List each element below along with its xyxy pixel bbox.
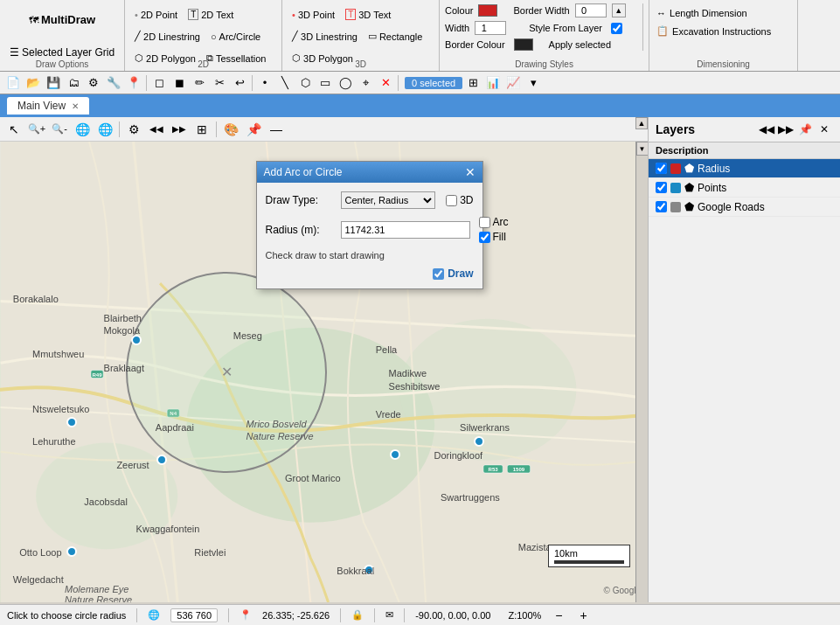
select-icon3[interactable]: 📈 [503,73,523,93]
draw-type-select[interactable]: Center, Radius 3 Points Center, Point [341,191,436,209]
fill-label: Fill [493,231,506,243]
globe-tool2[interactable]: 🌐 [94,120,115,139]
layer-roads-checkbox[interactable] [656,201,667,212]
colour-swatch[interactable] [478,4,497,17]
svg-text:R49: R49 [92,372,102,378]
layers-col-header: Description [649,142,840,159]
layers-pin-button[interactable]: 📌 [796,121,814,138]
map-point-2[interactable] [156,455,167,465]
tab-main-view[interactable]: Main View ✕ [7,97,89,115]
new-button[interactable]: 📄 [3,73,23,93]
layer-radius-checkbox[interactable] [656,163,667,174]
dimensioning-section: ↔ Length Dimension 📋 Excavation Instruct… [649,0,798,71]
3d-linestring-button[interactable]: ╱ 3D Linestring [288,28,362,45]
pin-tool[interactable]: 📌 [243,120,264,139]
rectangle-button[interactable]: ▭ Rectangle [364,28,427,45]
2d-section-label: 2D [125,59,281,69]
arc-checkbox[interactable] [479,217,490,228]
map-label-vrede: Vrede [376,409,401,420]
layer-item-radius[interactable]: ⬟ Radius [649,159,840,178]
draw-rect-tb[interactable]: ▭ [316,73,335,93]
draw-checkbox[interactable] [433,268,444,280]
colour-label: Colour [445,5,473,16]
3d-text-button[interactable]: T 3D Text [341,6,395,23]
draw-point-tb[interactable]: • [255,73,274,93]
2d-text-label: 2D Text [201,10,233,20]
dialog-close-button[interactable]: ✕ [465,165,476,179]
icon7[interactable]: 📍 [124,73,143,93]
map-point-6[interactable] [390,449,400,460]
grid-tool[interactable]: ⊞ [191,120,212,139]
radius-input[interactable] [341,221,470,239]
scroll-up-arrow[interactable]: ▲ [635,117,648,129]
map-label-braklaagt: Braklaagt [104,363,144,373]
icon10[interactable]: ✏ [190,73,209,93]
save-button[interactable]: 💾 [44,73,63,93]
icon9[interactable]: ◼ [170,73,189,93]
layer-points-checkbox[interactable] [656,182,667,193]
border-colour-swatch[interactable] [514,38,533,51]
next-tool[interactable]: ▶▶ [169,120,190,139]
svg-text:R53: R53 [488,466,498,472]
icon6[interactable]: 🔧 [104,73,123,93]
settings-button[interactable]: ⚙ [84,73,103,93]
fill-checkbox[interactable] [479,232,490,243]
select-icon2[interactable]: 📊 [483,73,503,93]
settings-tool[interactable]: ⚙ [123,120,144,139]
map-point-5[interactable] [474,436,484,447]
3d-checkbox[interactable] [446,195,457,206]
layers-back-button[interactable]: ◀◀ [758,121,775,138]
icon12[interactable]: ↩ [230,73,249,93]
style-from-layer-checkbox[interactable] [611,23,622,34]
prev-tool[interactable]: ◀◀ [146,120,167,139]
icon11[interactable]: ✂ [210,73,229,93]
layers-close-button[interactable]: ✕ [816,121,833,138]
map-label-madikwe: MadikweSeshibitswe [389,367,441,392]
3d-point-button[interactable]: • 3D Point [288,7,339,23]
tab-main-view-label: Main View [17,100,66,112]
layer-points-icon: ⬟ [684,181,694,194]
length-dimension-button[interactable]: ↔ Length Dimension [655,7,792,19]
map-point-8[interactable] [66,546,77,557]
scale-label: 10km [554,548,578,559]
zoom-out-tool[interactable]: 🔍- [49,120,70,139]
icon8[interactable]: ◻ [149,73,169,93]
2d-point-button[interactable]: • 2D Point [130,7,182,23]
width-input[interactable] [475,21,506,35]
arc-circle-button[interactable]: ○ Arc/Circle [206,29,265,45]
map-container[interactable]: ↖ 🔍+ 🔍- 🌐 🌐 ⚙ ◀◀ ▶▶ ⊞ 🎨 📌 — ▲ [0,117,648,602]
tab-close-icon[interactable]: ✕ [72,101,79,111]
2d-linestring-button[interactable]: ╱ 2D Linestring [130,28,205,45]
minus-tool[interactable]: — [266,120,287,139]
map-point-3[interactable] [66,417,77,427]
globe-tool1[interactable]: 🌐 [72,120,93,139]
layers-forward-button[interactable]: ▶▶ [777,121,795,138]
select-icon1[interactable]: ⊞ [463,73,482,93]
multidraw-button[interactable]: 🗺 MultiDraw [24,10,100,29]
zoom-minus-button[interactable]: − [552,608,566,622]
draw-poly-tb[interactable]: ⬡ [295,73,315,93]
select-dropdown[interactable]: ▾ [524,73,543,93]
zoom-in-tool[interactable]: 🔍+ [26,120,47,139]
draw-del-tb[interactable]: ✕ [376,73,395,93]
paint-tool[interactable]: 🎨 [220,120,241,139]
draw-line-tb[interactable]: ╲ [275,73,295,93]
zoom-plus-button[interactable]: + [577,608,591,622]
open-button[interactable]: 📂 [24,73,43,93]
draw-arc-tb[interactable]: ◯ [336,73,355,93]
layer-item-google-roads[interactable]: ⬟ Google Roads [649,198,840,217]
border-width-spinner[interactable]: ▲ [612,3,626,17]
map-label-swartruggens: Swartruggens [441,492,500,503]
excavation-instructions-button[interactable]: 📋 Excavation Instructions [655,24,792,38]
dialog-hint: Check draw to start drawing [266,250,474,260]
scroll-down-arrow[interactable]: ▼ [636,142,649,156]
dialog-body: Draw Type: Center, Radius 3 Points Cente… [257,183,482,288]
cursor-tool[interactable]: ↖ [3,120,24,139]
2d-text-button[interactable]: T 2D Text [184,6,238,23]
border-width-input[interactable] [575,3,607,17]
border-colour-label: Border Colour [445,39,504,50]
layers-button2[interactable]: 🗂 [64,73,83,93]
map-label-bokkraal: Bokkraal [337,566,374,576]
layer-item-points[interactable]: ⬟ Points [649,178,840,198]
draw-extra-tb[interactable]: ⌖ [356,73,375,93]
